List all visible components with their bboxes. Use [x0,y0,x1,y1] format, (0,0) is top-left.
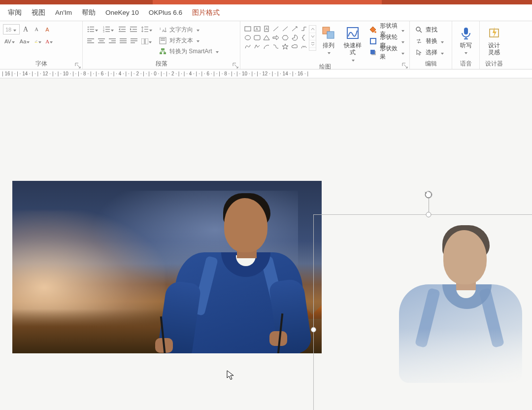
shape-hex-icon[interactable] [281,34,289,41]
svg-rect-47 [245,27,251,31]
svg-line-52 [273,27,278,31]
shape-arrow-icon[interactable] [290,25,299,33]
drawing-group-expand-icon[interactable] [402,62,408,68]
arrange-button[interactable]: 排列 [319,24,338,56]
svg-rect-46 [164,52,166,54]
shape-curve-icon[interactable] [243,43,252,50]
shape-arc-icon[interactable] [262,43,270,50]
dictate-button[interactable]: 听写 [456,24,476,56]
columns-button[interactable] [140,36,154,46]
clear-format-button[interactable]: A [42,24,52,34]
font-size-input[interactable]: 18 [3,24,20,34]
svg-point-3 [88,29,89,30]
scroll-up-icon[interactable] [309,26,316,33]
svg-point-65 [416,27,420,31]
align-left-button[interactable] [86,36,96,46]
increase-indent-button[interactable] [129,24,139,34]
tab-anim[interactable]: An'Im [50,6,77,19]
shape-rarrow-icon[interactable] [271,34,280,41]
tab-review[interactable]: 审阅 [3,5,27,20]
quick-styles-button[interactable]: 快速样式 [341,24,365,63]
change-case-button[interactable]: Aa [18,36,32,46]
increase-font-button[interactable]: A [21,24,31,34]
align-right-button[interactable] [107,36,117,46]
shape-freeform-icon[interactable] [253,43,261,50]
shape-cloud-icon[interactable] [290,43,299,50]
svg-rect-67 [464,28,468,34]
decrease-indent-button[interactable] [117,24,128,34]
shape-effects-button[interactable]: 形状效果 [367,47,406,58]
svg-rect-10 [105,29,110,30]
shape-star-icon[interactable] [281,43,289,50]
decrease-font-button[interactable]: A [32,24,41,34]
group-paragraph: 123 IA 文字方向 [83,21,240,69]
bullets-button[interactable] [86,24,100,34]
svg-text:A: A [256,27,258,31]
svg-rect-62 [370,38,376,44]
shape-scribble-icon[interactable] [299,43,308,50]
highlight-color-button[interactable] [33,36,43,46]
shape-lbrace-icon[interactable] [299,34,308,41]
font-color-button[interactable]: A [44,36,55,46]
group-voice: 听写 语音 [452,21,480,69]
svg-rect-14 [121,29,126,30]
handle-top-middle[interactable] [426,212,432,217]
shape-pie-icon[interactable] [290,34,299,41]
line-spacing-button[interactable] [140,24,155,34]
shape-connector-icon[interactable] [271,43,280,50]
shapes-gallery[interactable]: A A [243,24,316,51]
slide-canvas[interactable] [0,78,532,410]
shape-oval-icon[interactable] [243,34,252,41]
scroll-down-icon[interactable] [309,33,316,40]
shape-textbox-icon[interactable]: A [253,25,261,33]
align-justify-button[interactable] [118,36,128,46]
group-designer-label: 设计器 [483,60,505,69]
scroll-more-icon[interactable] [309,40,316,48]
shape-rrect-icon[interactable] [253,34,261,41]
align-text-icon [159,37,166,44]
char-spacing-button[interactable]: AV [3,36,17,46]
tab-view[interactable]: 视图 [27,5,50,20]
replace-button[interactable]: 替换 [413,35,447,47]
svg-rect-6 [90,31,94,32]
rotation-handle[interactable] [424,190,433,199]
svg-rect-56 [254,35,260,40]
shape-vtext-icon[interactable]: A [262,25,270,33]
shape-outline-icon [369,37,377,45]
align-center-button[interactable] [97,36,106,46]
shape-rect-icon[interactable] [243,25,252,33]
find-button[interactable]: 查找 [413,24,447,35]
shape-line-icon[interactable] [271,25,280,33]
shapes-gallery-scroll[interactable] [309,25,316,51]
numbering-button[interactable]: 123 [101,24,116,34]
convert-smartart-button[interactable]: 转换为 SmartArt [157,46,222,57]
mouse-cursor-icon [227,370,234,381]
group-drawing: A A [240,21,410,69]
paragraph-group-expand-icon[interactable] [233,62,238,68]
selection-box[interactable] [313,214,532,410]
rotation-line [429,197,429,212]
select-button[interactable]: 选择 [413,47,447,58]
design-ideas-button[interactable]: 设计 灵感 [484,24,504,56]
align-text-button[interactable]: 对齐文本 [157,35,222,46]
svg-point-1 [88,27,89,28]
svg-rect-28 [109,38,116,39]
svg-rect-2 [90,27,94,27]
svg-rect-12 [105,31,110,32]
tab-onekey[interactable]: OneKey 10 [100,6,144,19]
svg-rect-22 [87,38,94,39]
find-icon [415,26,423,34]
svg-rect-25 [98,38,105,39]
distribute-button[interactable] [129,36,139,46]
handle-middle-left[interactable] [311,327,316,333]
shape-line2-icon[interactable] [281,25,289,33]
tab-okplus[interactable]: OKPlus 6.6 [144,6,187,19]
shape-elbow-icon[interactable] [299,25,308,33]
font-group-expand-icon[interactable] [75,62,81,68]
tab-picture-format[interactable]: 图片格式 [187,5,225,20]
text-direction-button[interactable]: IA 文字方向 [157,24,222,35]
shape-triangle-icon[interactable] [262,34,270,41]
svg-text:A: A [162,29,165,33]
tab-help[interactable]: 帮助 [77,5,100,20]
slide-image-hiker[interactable] [12,181,322,353]
